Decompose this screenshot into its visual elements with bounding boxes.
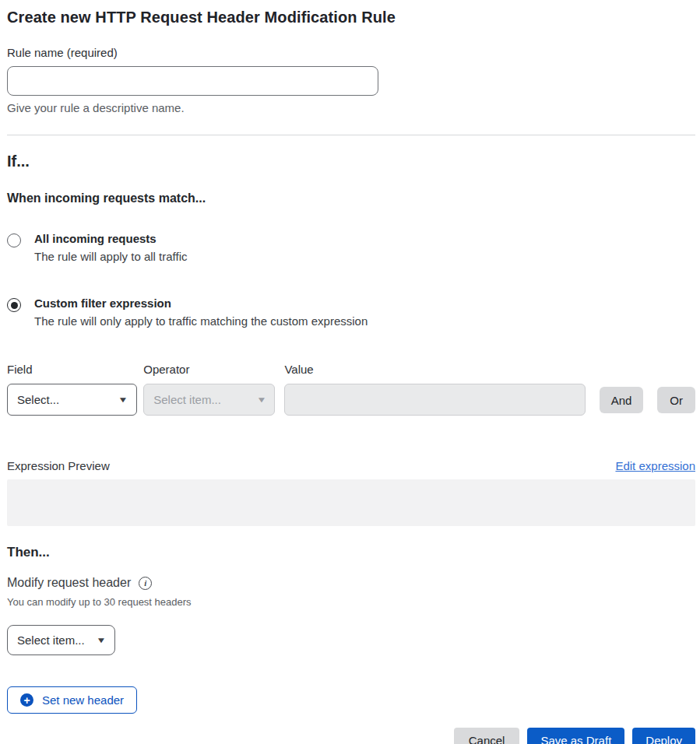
chevron-down-icon: ▼ [118,396,128,404]
operator-column: Operator Select item... ▼ [143,363,275,416]
radio-all-incoming[interactable] [7,233,21,247]
field-select-value: Select... [17,393,59,406]
value-column: Value [284,363,585,416]
rule-name-label: Rule name (required) [7,46,695,59]
field-select[interactable]: Select... ▼ [7,384,137,416]
header-action-select-value: Select item... [17,633,85,647]
radio-option-all-incoming: All incoming requests The rule will appl… [7,232,695,263]
and-button[interactable]: And [600,387,644,413]
radio-custom-filter-description: The rule will only apply to traffic matc… [34,314,368,328]
save-as-draft-button[interactable]: Save as Draft [527,728,624,744]
radio-option-custom-filter: Custom filter expression The rule will o… [7,297,695,328]
expression-preview-box [7,479,695,526]
create-rule-page: Create new HTTP Request Header Modificat… [0,0,700,744]
radio-custom-filter-texts: Custom filter expression The rule will o… [34,297,368,328]
when-subheading: When incoming requests match... [7,191,695,205]
radio-custom-filter[interactable] [7,298,21,312]
info-icon[interactable]: i [139,577,152,590]
operator-label: Operator [143,363,275,376]
set-new-header-button[interactable]: + Set new header [7,686,137,714]
value-input[interactable] [284,384,585,416]
if-heading: If... [7,153,695,170]
page-title: Create new HTTP Request Header Modificat… [7,8,695,26]
then-heading: Then... [7,545,695,560]
modify-header-label: Modify request header [7,576,131,590]
operator-select[interactable]: Select item... ▼ [143,384,275,416]
radio-custom-filter-label[interactable]: Custom filter expression [34,297,368,310]
rule-name-help: Give your rule a descriptive name. [7,101,695,114]
modify-header-help: You can modify up to 30 request headers [7,596,695,608]
footer-actions: Cancel Save as Draft Deploy [7,728,695,744]
field-column: Field Select... ▼ [7,363,137,416]
cancel-button[interactable]: Cancel [454,728,520,744]
expression-builder-row: Field Select... ▼ Operator Select item..… [7,363,695,416]
deploy-button[interactable]: Deploy [632,728,695,744]
modify-header-row: Modify request header i [7,576,695,590]
rule-name-input[interactable] [7,66,378,96]
chevron-down-icon: ▼ [256,396,266,404]
radio-all-incoming-texts: All incoming requests The rule will appl… [34,232,187,263]
field-label: Field [7,363,137,376]
expression-preview-label: Expression Preview [7,459,110,472]
value-label: Value [284,363,585,376]
operator-select-value: Select item... [153,393,221,406]
or-button[interactable]: Or [657,387,695,413]
radio-all-incoming-label[interactable]: All incoming requests [34,232,187,245]
section-divider [7,135,695,135]
header-action-select[interactable]: Select item... ▼ [7,625,115,655]
expression-preview-row: Expression Preview Edit expression [7,459,695,472]
plus-icon: + [20,693,33,707]
edit-expression-link[interactable]: Edit expression [615,459,695,472]
radio-all-incoming-description: The rule will apply to all traffic [34,250,187,263]
set-new-header-label: Set new header [42,693,124,707]
chevron-down-icon: ▼ [96,637,106,644]
